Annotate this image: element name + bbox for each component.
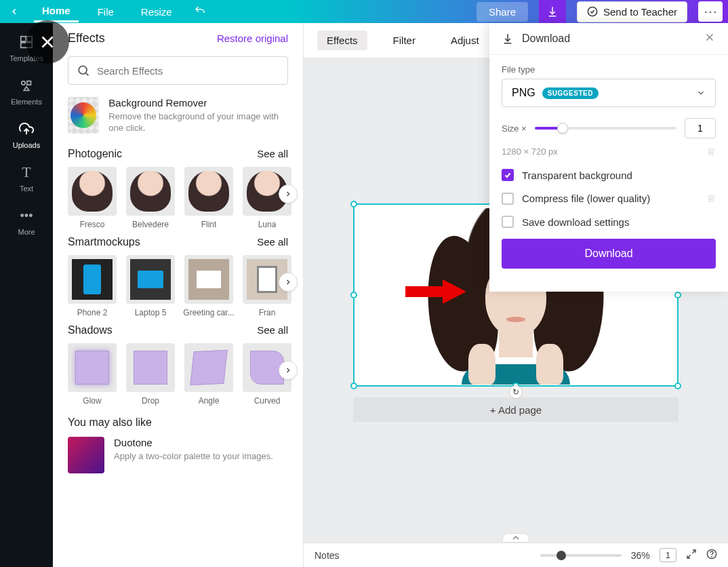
effect-belvedere[interactable]: Belvedere (126, 167, 175, 229)
close-panel-icon[interactable] (26, 20, 69, 64)
background-remover-card[interactable]: Background Remover Remove the background… (68, 97, 288, 134)
size-slider[interactable] (535, 127, 677, 130)
effect-fresco[interactable]: Fresco (68, 167, 117, 229)
more-options-button[interactable]: ⋯ (698, 1, 723, 22)
mockup-laptop[interactable]: Laptop 5 (126, 255, 175, 317)
seeall-smartmockups[interactable]: See all (257, 236, 288, 248)
restore-original-link[interactable]: Restore original (217, 33, 288, 44)
annotation-arrow-icon (405, 278, 466, 305)
effect-duotone[interactable]: Duotone Apply a two-color palette to you… (68, 437, 288, 473)
zoom-value: 36% (631, 550, 650, 561)
help-icon[interactable] (706, 549, 717, 562)
rail-label: More (18, 228, 35, 236)
size-value[interactable]: 1 (685, 118, 716, 138)
effects-panel: Effects Restore original Background Remo… (53, 23, 304, 567)
page-handle-icon[interactable] (502, 533, 529, 543)
mockup-card[interactable]: Greeting car... (184, 255, 233, 317)
send-label: Send to Teacher (603, 6, 677, 18)
elements-icon (18, 77, 35, 94)
section-title-smartmockups: Smartmockups (68, 236, 140, 248)
search-input[interactable] (97, 65, 279, 77)
pro-icon: ♕ (706, 145, 716, 158)
topbar: Home File Resize Share Send to Teacher ⋯ (0, 0, 728, 23)
save-settings-checkbox[interactable] (502, 216, 514, 228)
shadow-drop[interactable]: Drop (126, 343, 175, 406)
send-to-teacher-button[interactable]: Send to Teacher (577, 1, 687, 22)
fullscreen-icon[interactable] (686, 549, 697, 562)
nav-rail: Templates Elements Uploads T Text ••• Mo… (0, 23, 53, 567)
shadow-glow[interactable]: Glow (68, 343, 117, 406)
search-icon (77, 64, 90, 77)
tab-effects[interactable]: Effects (317, 31, 367, 50)
search-effects[interactable] (68, 56, 288, 85)
svg-marker-11 (405, 279, 466, 304)
notes-button[interactable]: Notes (315, 550, 340, 561)
svg-rect-8 (27, 81, 31, 85)
rail-text[interactable]: T Text (18, 164, 35, 193)
transparent-label: Transparent background (522, 170, 632, 181)
duotone-thumb (68, 437, 104, 473)
menu-home[interactable]: Home (34, 1, 79, 22)
svg-point-1 (588, 7, 596, 16)
row-next-icon[interactable] (279, 184, 298, 203)
text-icon: T (18, 164, 35, 180)
chevron-down-icon (696, 88, 706, 98)
add-page-label: + Add page (490, 404, 542, 416)
row-next-icon[interactable] (279, 273, 298, 292)
file-type-value: PNG (512, 87, 535, 99)
close-download-icon[interactable] (704, 31, 716, 46)
section-title-also: You may also like (68, 416, 288, 429)
seeall-photogenic[interactable]: See all (257, 148, 288, 159)
effect-flint[interactable]: Flint (184, 167, 233, 229)
file-type-label: File type (502, 64, 716, 75)
resize-handle[interactable] (350, 292, 357, 298)
rail-label: Uploads (13, 141, 40, 149)
resize-handle[interactable] (674, 383, 681, 389)
mockup-phone[interactable]: Phone 2 (68, 255, 117, 317)
pro-icon: ♕ (706, 192, 716, 205)
download-button[interactable]: Download (502, 239, 716, 269)
back-chevron-icon[interactable] (5, 3, 23, 20)
resize-handle[interactable] (674, 292, 681, 298)
more-icon: ••• (18, 208, 35, 224)
download-icon (502, 33, 514, 45)
menu-file[interactable]: File (89, 2, 122, 22)
suggested-badge: SUGGESTED (542, 87, 599, 99)
shadow-angle[interactable]: Angle (184, 343, 233, 406)
checkbox-icon[interactable] (502, 169, 514, 181)
rail-label: Text (20, 184, 33, 193)
add-page-button[interactable]: ↻ + Add page (353, 397, 679, 422)
size-label: Size × (502, 123, 527, 134)
resize-handle[interactable] (350, 383, 357, 389)
file-type-select[interactable]: PNG SUGGESTED (502, 79, 716, 107)
page-count[interactable]: 1 (660, 548, 676, 562)
rail-elements[interactable]: Elements (11, 77, 42, 106)
compress-checkbox[interactable] (502, 193, 514, 205)
svg-line-16 (687, 555, 691, 558)
save-settings-label: Save download settings (522, 216, 629, 228)
seeall-shadows[interactable]: See all (257, 324, 288, 336)
rail-uploads[interactable]: Uploads (13, 121, 40, 149)
svg-line-10 (86, 73, 89, 76)
menu-resize[interactable]: Resize (133, 2, 180, 22)
bottom-bar: Notes 36% 1 (304, 543, 728, 567)
download-icon-button[interactable] (539, 0, 566, 23)
slider-knob[interactable] (557, 123, 568, 134)
dimensions-text: 1280 × 720 px (502, 146, 558, 157)
svg-point-18 (712, 557, 712, 558)
tab-filter[interactable]: Filter (384, 31, 425, 50)
transparent-bg-checkbox[interactable]: Transparent background (502, 169, 716, 181)
compress-label: Compress file (lower quality) (522, 193, 650, 204)
svg-point-9 (79, 66, 87, 74)
undo-icon[interactable] (191, 1, 209, 23)
zoom-slider[interactable] (540, 554, 622, 557)
row-next-icon[interactable] (279, 361, 298, 380)
svg-line-15 (692, 550, 695, 553)
resize-handle[interactable] (350, 201, 357, 208)
bg-remover-title: Background Remover (108, 97, 288, 109)
rail-more[interactable]: ••• More (18, 208, 35, 236)
reload-icon[interactable]: ↻ (509, 385, 523, 399)
tab-adjust[interactable]: Adjust (441, 31, 489, 50)
download-title: Download (522, 33, 570, 45)
share-button[interactable]: Share (477, 2, 528, 22)
